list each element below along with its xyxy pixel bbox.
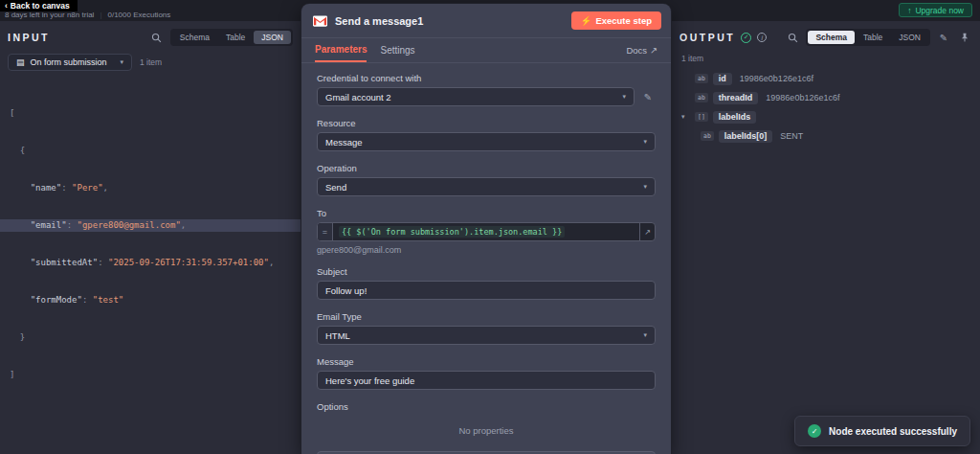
email-type-select[interactable]: HTML ▾ (317, 326, 656, 345)
upgrade-icon: ↑ (907, 6, 911, 15)
json-line: "submittedAt": "2025-09-26T17:31:59.357+… (0, 257, 301, 269)
resource-select[interactable]: Message ▾ (317, 132, 656, 151)
success-toast: ✓ Node executed successfully (794, 416, 970, 446)
subject-label: Subject (317, 266, 656, 277)
search-icon[interactable] (149, 30, 165, 45)
output-tab-table[interactable]: Table (856, 31, 890, 44)
info-icon[interactable]: i (757, 33, 767, 42)
output-item-count: 1 item (672, 52, 980, 69)
execute-step-button[interactable]: ⚡ Execute step (571, 11, 661, 30)
to-expression-input[interactable]: = {{ $('On form submission').item.json.e… (317, 222, 656, 241)
chevron-down-icon: ▾ (643, 183, 647, 191)
json-line: { (0, 145, 301, 157)
edit-credential-icon[interactable]: ✎ (640, 89, 656, 104)
input-view-tabs: Schema Table JSON (170, 29, 293, 46)
schema-row-id: ab id 19986e0b126e1c6f (672, 69, 980, 88)
message-label: Message (317, 356, 656, 367)
schema-value: 19986e0b126e1c6f (766, 93, 839, 102)
to-resolved-value: gpere800@gmail.com (317, 245, 656, 255)
tab-parameters[interactable]: Parameters (315, 38, 367, 62)
array-type-icon: [] (695, 112, 708, 122)
trial-text: 8 days left in your n8n trial (5, 11, 94, 19)
input-tab-schema[interactable]: Schema (172, 31, 217, 44)
operation-field: Operation Send ▾ (317, 163, 656, 196)
string-type-icon: ab (695, 93, 708, 102)
upgrade-now-button[interactable]: ↑ Upgrade now (899, 3, 972, 17)
executions-count: 0/1000 Executions (107, 11, 170, 19)
chevron-down-icon: ▾ (643, 138, 647, 146)
schema-row-labelids-0: ab labelIds[0] SENT (672, 126, 980, 146)
output-panel-header: OUTPUT ✓ i Schema Table JSON ✎ (672, 21, 980, 52)
node-detail-modal: Send a message1 ⚡ Execute step Parameter… (301, 4, 671, 454)
schema-row-labelids: ▾ [] labelIds (672, 107, 980, 126)
email-type-label: Email Type (317, 311, 656, 322)
input-item-count: 1 item (140, 57, 162, 67)
input-title: INPUT (8, 32, 50, 43)
toast-message: Node executed successfully (829, 426, 957, 437)
message-input[interactable]: Here's your free guide (317, 371, 656, 390)
open-expression-editor-icon[interactable]: ↗ (639, 223, 655, 240)
resource-field: Resource Message ▾ (317, 118, 656, 151)
node-parameters-form: Credential to connect with Gmail account… (301, 63, 671, 454)
operation-select[interactable]: Send ▾ (317, 177, 656, 196)
chevron-down-icon[interactable]: ▾ (681, 113, 690, 121)
resource-label: Resource (317, 118, 656, 128)
json-line: ] (0, 369, 301, 381)
subject-field: Subject Follow up! (317, 266, 656, 300)
string-type-icon: ab (701, 131, 714, 141)
email-type-field: Email Type HTML ▾ (317, 311, 656, 345)
output-tab-schema[interactable]: Schema (808, 31, 855, 44)
tab-settings[interactable]: Settings (380, 38, 414, 62)
schema-key[interactable]: labelIds (713, 111, 757, 124)
search-icon[interactable] (785, 30, 800, 45)
options-label: Options (317, 401, 656, 412)
node-modal-header: Send a message1 ⚡ Execute step (301, 4, 671, 38)
operation-label: Operation (317, 163, 656, 173)
output-view-tabs: Schema Table JSON (806, 29, 930, 46)
execute-step-label: Execute step (595, 15, 652, 26)
output-tab-json[interactable]: JSON (891, 31, 928, 44)
back-arrow-icon: ‹ (5, 1, 8, 11)
input-panel: INPUT Schema Table JSON ▤ On form submis… (0, 21, 301, 454)
to-label: To (317, 208, 656, 218)
input-tab-json[interactable]: JSON (254, 31, 291, 44)
input-source-label: On form submission (31, 57, 107, 67)
credential-field: Credential to connect with Gmail account… (317, 73, 656, 106)
docs-link[interactable]: Docs ↗ (626, 45, 657, 56)
node-modal-tabs: Parameters Settings Docs ↗ (301, 38, 671, 63)
schema-value: 19986e0b126e1c6f (740, 74, 813, 83)
json-line-highlighted: "email": "gpere800@gmail.com", (0, 219, 301, 232)
edit-output-icon[interactable]: ✎ (936, 30, 951, 45)
bolt-icon: ⚡ (581, 15, 592, 26)
to-field: To = {{ $('On form submission').item.jso… (317, 208, 656, 255)
schema-key[interactable]: labelIds[0] (719, 130, 773, 143)
upgrade-label: Upgrade now (915, 6, 964, 15)
json-line: "name": "Pere", (0, 182, 301, 194)
input-tab-table[interactable]: Table (218, 31, 253, 44)
input-source-select[interactable]: ▤ On form submission ▾ (8, 54, 132, 71)
options-empty-text: No properties (317, 425, 656, 436)
success-check-icon: ✓ (741, 33, 751, 43)
node-title: Send a message1 (335, 15, 423, 27)
credential-select[interactable]: Gmail account 2 ▾ (317, 87, 635, 106)
json-line: [ (0, 107, 301, 120)
message-field: Message Here's your free guide (317, 356, 656, 390)
json-line: "formMode": "test" (0, 294, 301, 306)
gmail-icon (311, 13, 328, 28)
app-root: ‹ Back to canvas 8 days left in your n8n… (0, 0, 980, 454)
chevron-down-icon: ▾ (120, 58, 123, 66)
string-type-icon: ab (695, 74, 708, 83)
schema-key[interactable]: threadId (713, 92, 759, 104)
form-icon: ▤ (16, 57, 25, 67)
back-label: Back to canvas (11, 1, 70, 11)
subject-input[interactable]: Follow up! (317, 281, 656, 300)
chevron-down-icon: ▾ (643, 331, 647, 339)
pin-icon[interactable] (957, 30, 972, 45)
input-json-viewer: [ { "name": "Pere", "email": "gpere800@g… (0, 79, 301, 410)
schema-key[interactable]: id (713, 73, 732, 85)
trial-info: 8 days left in your n8n trial | 0/1000 E… (5, 11, 170, 19)
to-expression-value: {{ $('On form submission').item.json.ema… (339, 226, 565, 238)
output-title: OUTPUT (679, 32, 735, 43)
toast-check-icon: ✓ (808, 424, 821, 438)
input-panel-header: INPUT Schema Table JSON (0, 21, 301, 52)
